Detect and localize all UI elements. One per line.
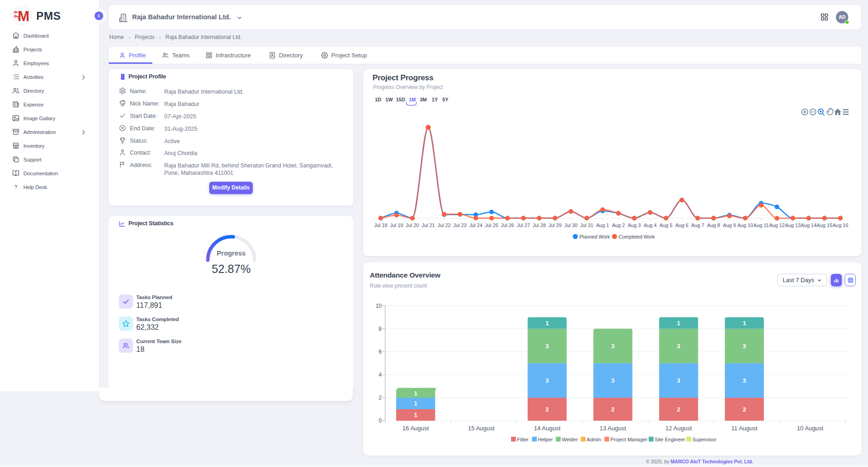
svg-text:Aug 12: Aug 12 — [769, 222, 785, 228]
svg-text:6: 6 — [378, 349, 382, 355]
svg-text:Aug 10: Aug 10 — [737, 222, 753, 228]
svg-text:3: 3 — [611, 377, 614, 384]
svg-text:1: 1 — [545, 320, 549, 327]
svg-text:Jul 27: Jul 27 — [517, 222, 530, 228]
svg-text:1: 1 — [414, 400, 417, 407]
svg-text:Aug 1: Aug 1 — [596, 222, 609, 228]
svg-text:Jul 21: Jul 21 — [422, 222, 435, 228]
svg-text:3: 3 — [545, 377, 549, 384]
svg-text:10 August: 10 August — [797, 425, 823, 432]
svg-text:3: 3 — [677, 343, 680, 350]
svg-text:Aug 4: Aug 4 — [644, 222, 657, 228]
svg-text:3: 3 — [545, 343, 549, 350]
svg-text:Planned Work: Planned Work — [579, 234, 610, 239]
svg-text:Fitter: Fitter — [517, 437, 529, 442]
svg-text:Completed Work: Completed Work — [619, 234, 656, 239]
svg-text:Jul 29: Jul 29 — [548, 222, 562, 228]
svg-text:1: 1 — [414, 411, 417, 418]
svg-text:10: 10 — [376, 303, 382, 309]
svg-text:Aug 11: Aug 11 — [753, 222, 768, 228]
svg-text:Aug 6: Aug 6 — [675, 222, 688, 228]
svg-text:M: M — [18, 8, 30, 24]
svg-text:8: 8 — [378, 326, 382, 332]
svg-text:Jul 31: Jul 31 — [580, 222, 593, 228]
svg-text:Jul 22: Jul 22 — [438, 222, 451, 228]
svg-text:Jul 18: Jul 18 — [374, 222, 387, 228]
svg-text:Aug 16: Aug 16 — [833, 222, 848, 228]
svg-text:Aug 9: Aug 9 — [723, 222, 736, 228]
svg-text:0: 0 — [378, 417, 382, 424]
svg-text:2: 2 — [743, 406, 746, 413]
svg-text:14 August: 14 August — [534, 425, 561, 432]
svg-text:1: 1 — [743, 320, 746, 327]
svg-text:Aug 13: Aug 13 — [785, 222, 801, 228]
svg-text:2: 2 — [677, 406, 680, 413]
svg-text:Aug 2: Aug 2 — [612, 222, 625, 228]
svg-text:15 August: 15 August — [468, 425, 495, 432]
svg-text:Aug 3: Aug 3 — [628, 222, 640, 228]
svg-text:Jul 23: Jul 23 — [453, 222, 467, 228]
svg-text:52.87%: 52.87% — [212, 262, 251, 275]
svg-text:3: 3 — [611, 343, 614, 350]
svg-text:Jul 25: Jul 25 — [485, 222, 498, 228]
svg-text:3: 3 — [743, 377, 746, 384]
svg-text:Helper: Helper — [538, 437, 553, 442]
svg-text:Supervisor: Supervisor — [692, 437, 717, 442]
svg-text:Jul 28: Jul 28 — [533, 222, 546, 228]
svg-text:Aug 15: Aug 15 — [817, 222, 832, 228]
svg-text:Progress: Progress — [217, 250, 246, 257]
svg-text:Aug 7: Aug 7 — [691, 222, 704, 228]
svg-text:3: 3 — [743, 343, 746, 350]
svg-text:Admin: Admin — [587, 437, 601, 442]
svg-text:2: 2 — [545, 406, 549, 413]
svg-text:Aug 14: Aug 14 — [801, 222, 816, 228]
svg-text:12 August: 12 August — [665, 425, 692, 432]
svg-text:Site Engineer: Site Engineer — [655, 437, 685, 442]
svg-text:1: 1 — [414, 390, 417, 397]
svg-text:Jul 30: Jul 30 — [564, 222, 578, 228]
svg-text:Jul 26: Jul 26 — [501, 222, 514, 228]
svg-text:2: 2 — [378, 395, 382, 401]
svg-text:Jul 19: Jul 19 — [390, 222, 403, 228]
svg-text:2: 2 — [611, 406, 614, 413]
svg-text:4: 4 — [378, 372, 382, 378]
svg-text:1: 1 — [677, 320, 680, 327]
svg-text:Aug 8: Aug 8 — [707, 222, 720, 228]
svg-text:Aug 5: Aug 5 — [660, 222, 673, 228]
svg-text:3: 3 — [677, 377, 680, 384]
svg-text:Project Manager: Project Manager — [610, 437, 647, 442]
svg-text:11 August: 11 August — [731, 425, 757, 432]
svg-text:Jul 20: Jul 20 — [406, 222, 419, 228]
svg-text:Welder: Welder — [562, 437, 578, 442]
svg-text:13 August: 13 August — [600, 425, 626, 432]
svg-text:Jul 24: Jul 24 — [469, 222, 483, 228]
svg-text:16 August: 16 August — [402, 425, 429, 432]
